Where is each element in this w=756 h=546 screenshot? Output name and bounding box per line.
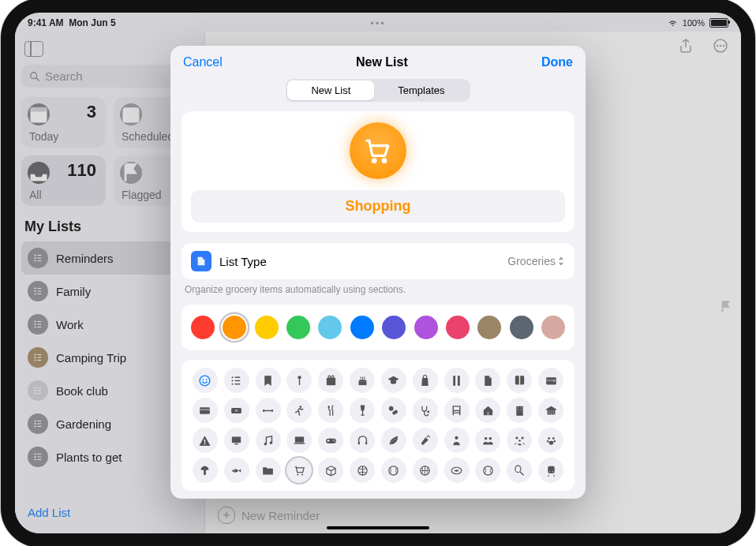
house-icon[interactable] [475,398,500,423]
svg-rect-94 [548,410,549,414]
tv-icon[interactable] [224,428,249,453]
bball-icon[interactable] [413,458,438,483]
color-swatch[interactable] [476,314,503,341]
wallet-icon[interactable] [538,368,563,393]
pin-icon[interactable] [286,368,312,393]
svg-point-102 [270,441,273,444]
chevron-updown-icon [557,256,565,267]
game-icon[interactable] [318,428,343,453]
svg-point-111 [485,436,488,439]
phones-icon[interactable] [350,428,375,453]
modal-title: New List [356,55,408,69]
steth-icon[interactable] [413,398,438,423]
color-swatch[interactable] [221,314,248,341]
tab-new-list[interactable]: New List [287,80,374,100]
card-icon[interactable] [193,398,218,423]
leaf-icon[interactable] [381,428,406,453]
color-swatch[interactable] [413,314,440,341]
color-swatch[interactable] [349,314,376,341]
paw-icon[interactable] [538,428,563,453]
bag-icon[interactable] [413,368,438,393]
svg-rect-108 [357,441,359,444]
svg-point-76 [553,380,555,382]
folder-icon[interactable] [256,458,281,483]
mush-icon[interactable] [193,458,218,483]
bank-icon[interactable] [538,398,563,423]
color-swatch[interactable] [540,314,567,341]
svg-point-115 [518,439,521,442]
tennis-icon[interactable] [475,458,500,483]
home-indicator[interactable] [327,526,429,529]
svg-rect-97 [204,439,205,443]
color-swatch[interactable] [444,314,471,341]
svg-point-128 [484,466,492,474]
cart-icon[interactable] [286,458,312,483]
svg-rect-92 [517,410,518,410]
bookmark-icon[interactable] [256,368,281,393]
svg-rect-82 [271,410,273,412]
svg-point-131 [548,470,550,472]
book-icon[interactable] [507,368,532,393]
color-swatch[interactable] [380,314,407,341]
svg-rect-130 [548,466,555,473]
football-icon[interactable] [444,458,470,483]
person-icon[interactable] [444,428,470,453]
gift-icon[interactable] [318,368,343,393]
pills-icon[interactable] [381,398,406,423]
svg-point-68 [331,376,334,378]
color-swatch[interactable] [253,314,280,341]
building-icon[interactable] [507,398,532,423]
doc-icon[interactable] [475,368,500,393]
svg-point-121 [234,469,234,470]
list-type-icon [191,251,211,271]
svg-point-112 [488,436,492,439]
svg-rect-109 [365,441,367,444]
list-icon[interactable] [224,368,249,393]
cancel-button[interactable]: Cancel [183,55,223,69]
fork-icon[interactable] [318,398,343,423]
run-icon[interactable] [286,398,312,423]
comp-icon[interactable] [286,428,312,453]
train-icon[interactable] [538,458,563,483]
color-swatch[interactable] [508,314,535,341]
svg-rect-66 [331,377,331,384]
svg-point-123 [301,473,303,475]
cart-icon [363,136,393,166]
color-swatch[interactable] [189,314,216,341]
money-icon[interactable] [224,398,249,423]
list-preview-icon [350,122,406,179]
grad-icon[interactable] [381,368,406,393]
racket-icon[interactable] [507,458,532,483]
list-type-row[interactable]: List Type Groceries [182,243,574,279]
list-type-hint: Organize grocery items automatically usi… [185,284,571,295]
family-icon[interactable] [507,428,532,453]
warn-icon[interactable] [193,428,218,453]
svg-point-56 [232,376,234,378]
wine-icon[interactable] [350,398,375,423]
done-button[interactable]: Done [541,55,573,69]
svg-point-118 [547,439,549,442]
color-swatch[interactable] [285,314,312,341]
fish-icon[interactable] [224,458,249,483]
color-swatch[interactable] [316,314,343,341]
svg-rect-104 [294,443,305,443]
svg-point-57 [232,380,234,381]
carrot-icon[interactable] [413,428,438,453]
svg-rect-90 [517,407,518,408]
tab-templates[interactable]: Templates [374,80,468,100]
music-icon[interactable] [256,428,281,453]
cake-icon[interactable] [350,368,375,393]
baseball-icon[interactable] [381,458,406,483]
smile-icon[interactable] [193,368,218,393]
people2-icon[interactable] [475,428,500,453]
svg-rect-83 [264,410,271,410]
tabs-segmented[interactable]: New List Templates [286,79,470,102]
svg-rect-59 [235,376,241,377]
box-icon[interactable] [318,458,343,483]
list-name-input[interactable] [191,190,565,223]
ruler-icon[interactable] [444,368,470,393]
ball-icon[interactable] [350,458,375,483]
svg-rect-60 [235,380,241,380]
dumbbell-icon[interactable] [256,398,281,423]
chair-icon[interactable] [444,398,470,423]
